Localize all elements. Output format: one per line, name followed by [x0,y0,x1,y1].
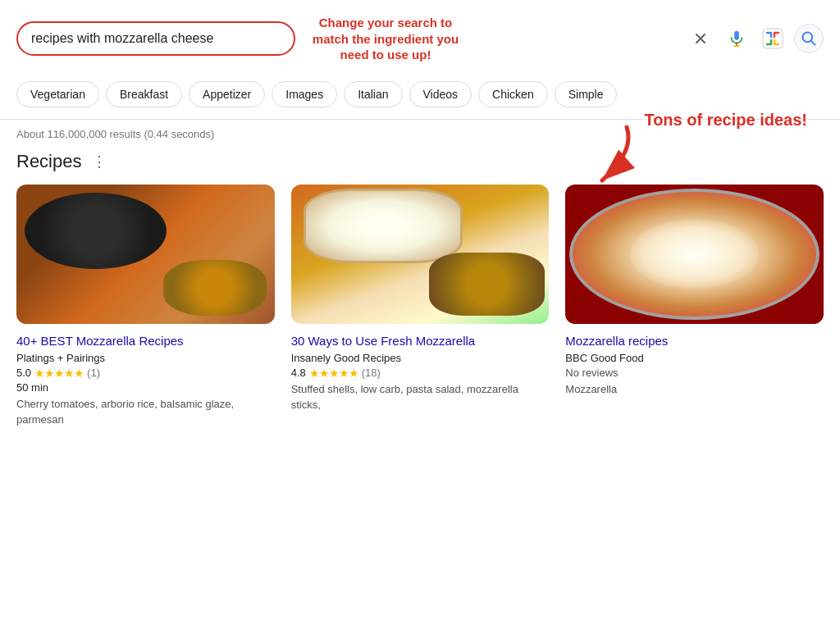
svg-rect-3 [763,29,783,48]
chip-vegetarian[interactable]: Vegetarian [16,81,99,107]
recipe-source-1: Platings + Pairings [16,352,275,364]
clear-button[interactable] [686,24,715,53]
recipes-title: Recipes [16,151,81,172]
recipe-source-2: Insanely Good Recipes [291,352,550,364]
svg-rect-0 [734,31,739,40]
recipe-link-1[interactable]: 40+ BEST Mozzarella Recipes [16,332,275,349]
chip-videos[interactable]: Videos [409,81,472,107]
recipe-card-3[interactable]: Mozzarella recipes BBC Good Food No revi… [565,185,824,428]
chip-simple[interactable]: Simple [555,81,618,107]
recipe-card-2[interactable]: 30 Ways to Use Fresh Mozzarella Insanely… [291,185,550,428]
recipes-grid: 40+ BEST Mozzarella Recipes Platings + P… [16,185,824,428]
svg-line-5 [811,41,815,45]
lens-button[interactable] [758,24,788,53]
recipe-desc-1: Cherry tomatoes, arborio rice, balsamic … [16,396,275,428]
recipe-rating-1: 5.0 ★★★★★ (1) [16,367,275,380]
rating-count-1: (1) [87,367,100,379]
chip-images[interactable]: Images [272,81,337,107]
search-box[interactable] [16,21,295,56]
recipe-image-1 [16,185,275,324]
red-arrow-icon [569,119,643,193]
close-icon [692,30,709,47]
search-area: Change your search to match the ingredie… [0,0,840,75]
recipe-desc-2: Stuffed shells, low carb, pasta salad, m… [291,381,550,413]
recipe-ingredient-3: Mozzarella [565,381,824,398]
recipe-card-1[interactable]: 40+ BEST Mozzarella Recipes Platings + P… [16,185,275,428]
chip-chicken[interactable]: Chicken [478,81,548,107]
recipe-image-3 [565,185,824,324]
search-promo: Change your search to match the ingredie… [304,15,468,63]
recipes-header: Recipes ⋮ Tons of recipe ideas! [16,150,824,173]
search-icon [801,30,817,47]
voice-search-button[interactable] [722,24,751,53]
recipe-time-1: 50 min [16,381,275,394]
recipe-source-3: BBC Good Food [565,352,824,364]
recipe-rating-2: 4.8 ★★★★★ (18) [291,367,550,380]
rating-count-2: (18) [362,367,381,379]
stars-1: ★★★★★ [34,367,84,380]
chip-appetizer[interactable]: Appetizer [189,81,265,107]
microphone-icon [728,30,746,48]
recipes-section: Recipes ⋮ Tons of recipe ideas! 40+ BEST… [0,144,840,444]
rating-value-2: 4.8 [291,367,306,379]
annotation-text: Tons of recipe ideas! [644,109,807,130]
search-controls [686,24,824,53]
search-input[interactable] [31,31,281,46]
recipe-link-2[interactable]: 30 Ways to Use Fresh Mozzarella [291,332,550,349]
lens-icon [762,28,783,49]
recipe-link-3[interactable]: Mozzarella recipes [565,332,824,349]
chip-italian[interactable]: Italian [344,81,402,107]
rating-value-1: 5.0 [16,367,31,379]
no-reviews-label: No reviews [565,367,824,379]
annotation-container: 40+ BEST Mozzarella Recipes Platings + P… [16,185,824,428]
recipe-image-2 [291,185,550,324]
stars-2: ★★★★★ [309,367,358,380]
search-button[interactable] [794,24,824,53]
chip-breakfast[interactable]: Breakfast [106,81,182,107]
recipes-menu-button[interactable]: ⋮ [88,150,111,173]
